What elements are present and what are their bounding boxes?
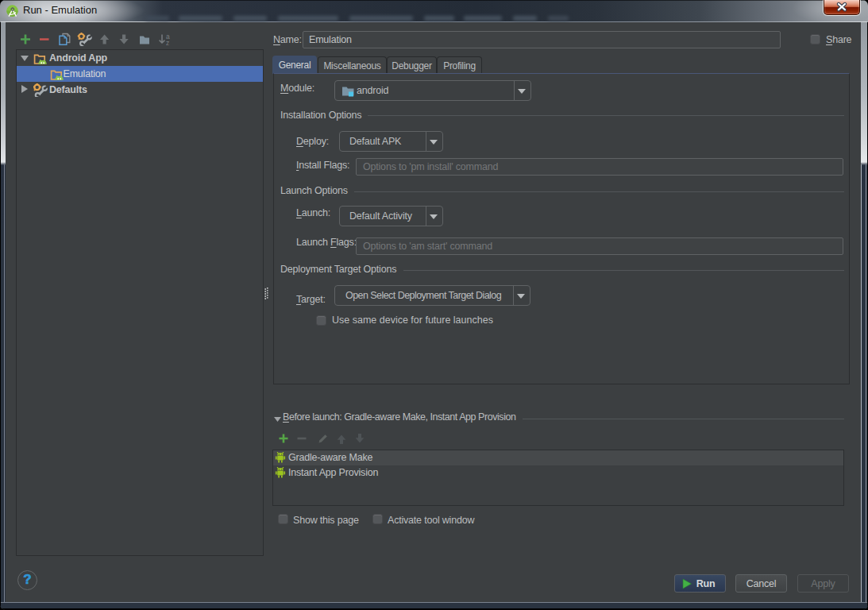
svg-text:z: z bbox=[166, 39, 169, 46]
